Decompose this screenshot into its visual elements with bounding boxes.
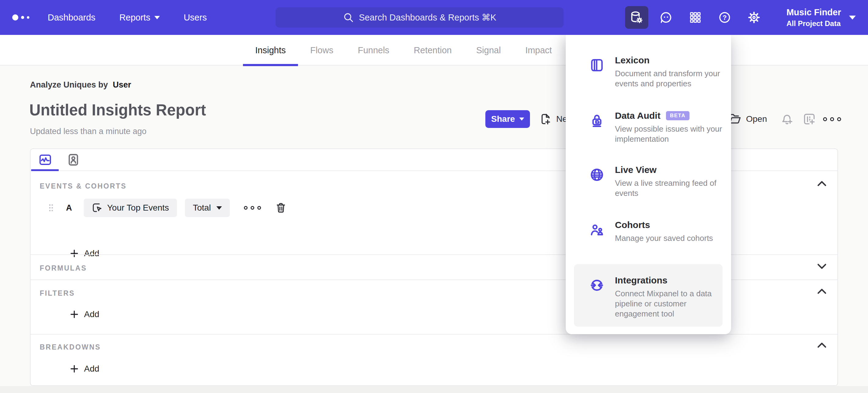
help-icon: ? bbox=[718, 11, 732, 24]
bell-plus-icon bbox=[780, 112, 794, 126]
menu-item-title: Lexicon bbox=[615, 55, 649, 66]
menu-item-description: View possible issues with your implement… bbox=[615, 124, 735, 144]
menu-item-description: Connect Mixpanel to a data pipeline or c… bbox=[615, 289, 719, 319]
tab-insights[interactable]: Insights bbox=[243, 35, 298, 65]
add-filter-button[interactable]: Add bbox=[70, 309, 99, 319]
menu-item-description: View a live streaming feed of events bbox=[615, 178, 735, 198]
data-audit-lock-icon bbox=[589, 113, 604, 128]
help-button[interactable]: ? bbox=[713, 6, 736, 29]
chevron-down-icon bbox=[849, 16, 856, 20]
lexicon-icon bbox=[589, 58, 604, 73]
settings-button[interactable] bbox=[742, 6, 766, 29]
delete-event-button[interactable] bbox=[275, 202, 287, 214]
plus-icon bbox=[70, 310, 79, 319]
chevron-down-icon bbox=[519, 117, 524, 120]
ellipsis-icon bbox=[823, 117, 841, 121]
drag-handle-icon[interactable] bbox=[47, 203, 55, 213]
new-document-icon bbox=[539, 113, 552, 125]
tab-user-profiles[interactable] bbox=[66, 153, 81, 167]
menu-item-title: Live View bbox=[615, 164, 656, 176]
plus-icon bbox=[70, 364, 79, 373]
apps-grid-icon bbox=[689, 11, 702, 24]
event-selector[interactable]: Your Top Events bbox=[84, 199, 177, 217]
section-label: EVENTS & COHORTS bbox=[40, 182, 127, 190]
tab-impact[interactable]: Impact bbox=[513, 35, 564, 65]
user-card-icon bbox=[66, 153, 81, 167]
search-placeholder: Search Dashboards & Reports ⌘K bbox=[359, 12, 496, 23]
chevron-up-icon bbox=[817, 180, 827, 187]
globe-icon bbox=[589, 167, 604, 183]
search-icon bbox=[343, 12, 354, 23]
settings-gear-icon bbox=[747, 11, 761, 24]
section-label: FORMULAS bbox=[40, 264, 87, 273]
expand-section-button[interactable] bbox=[817, 263, 827, 270]
database-gear-icon bbox=[630, 10, 644, 25]
chart-plus-icon bbox=[803, 112, 816, 126]
chevron-down-icon bbox=[216, 206, 222, 210]
collapse-section-button[interactable] bbox=[817, 180, 827, 187]
nav-reports[interactable]: Reports bbox=[119, 12, 160, 23]
top-navigation-bar: Dashboards Reports Users Search Dashboar… bbox=[0, 0, 868, 35]
menu-item-title: Cohorts bbox=[615, 219, 650, 231]
nav-dashboards[interactable]: Dashboards bbox=[48, 12, 95, 23]
share-button[interactable]: Share bbox=[485, 110, 530, 128]
tab-flows[interactable]: Flows bbox=[298, 35, 346, 65]
beta-badge: BETA bbox=[666, 111, 689, 120]
section-label: FILTERS bbox=[40, 289, 75, 298]
event-options-button[interactable] bbox=[244, 206, 261, 210]
menu-item-title: Data Audit bbox=[615, 110, 660, 121]
tab-events-analysis[interactable] bbox=[38, 153, 52, 167]
report-tabbar: Insights Flows Funnels Retention Signal … bbox=[0, 35, 868, 65]
search-input[interactable]: Search Dashboards & Reports ⌘K bbox=[276, 7, 564, 28]
primary-nav: Dashboards Reports Users bbox=[48, 0, 207, 35]
more-actions-button[interactable] bbox=[823, 110, 841, 128]
section-breakdowns: BREAKDOWNS Add bbox=[31, 334, 837, 386]
project-name: Music Finder bbox=[786, 7, 841, 18]
mixpanel-logo[interactable] bbox=[12, 0, 29, 35]
analysis-summary: Analyze Uniques byUser bbox=[30, 80, 131, 90]
nav-users[interactable]: Users bbox=[184, 12, 207, 23]
chevron-down-icon bbox=[154, 16, 160, 19]
topbar-icons: ? Music Finder All Project Data bbox=[625, 0, 868, 35]
collapse-section-button[interactable] bbox=[817, 287, 827, 295]
report-content: Analyze Uniques byUser Untitled Insights… bbox=[0, 65, 868, 393]
tab-funnels[interactable]: Funnels bbox=[346, 35, 402, 65]
create-alert-button[interactable] bbox=[780, 110, 794, 128]
chevron-down-icon bbox=[817, 263, 827, 270]
page-background bbox=[0, 386, 868, 393]
data-management-menu: Lexicon Document and transform your even… bbox=[566, 35, 731, 334]
analysis-entity[interactable]: User bbox=[113, 80, 131, 89]
add-to-dashboard-button[interactable] bbox=[803, 110, 816, 128]
menu-item-description: Manage your saved cohorts bbox=[615, 233, 737, 243]
metric-selector[interactable]: Total bbox=[185, 199, 230, 217]
tab-retention[interactable]: Retention bbox=[402, 35, 464, 65]
integrations-sync-icon bbox=[589, 278, 604, 293]
add-breakdown-button[interactable]: Add bbox=[70, 364, 99, 374]
apps-button[interactable] bbox=[684, 6, 707, 29]
menu-item-title: Integrations bbox=[615, 275, 668, 286]
report-actions: Share New Open bbox=[0, 110, 868, 129]
event-row: A Your Top Events Total bbox=[47, 199, 287, 217]
tab-signal[interactable]: Signal bbox=[464, 35, 513, 65]
pulse-chart-icon bbox=[38, 153, 52, 167]
svg-text:?: ? bbox=[722, 14, 726, 22]
project-switcher[interactable]: Music Finder All Project Data bbox=[776, 7, 856, 28]
data-management-button[interactable] bbox=[625, 6, 648, 29]
chevron-up-icon bbox=[817, 287, 827, 295]
collapse-section-button[interactable] bbox=[817, 341, 827, 348]
project-scope: All Project Data bbox=[786, 19, 841, 28]
trash-icon bbox=[275, 202, 287, 214]
event-letter: A bbox=[66, 203, 72, 213]
chevron-up-icon bbox=[817, 341, 827, 348]
cohorts-people-icon bbox=[589, 222, 604, 237]
menu-item-description: Document and transform your events and p… bbox=[615, 68, 722, 89]
event-click-icon bbox=[92, 202, 103, 213]
section-label: BREAKDOWNS bbox=[40, 343, 101, 352]
feedback-button[interactable] bbox=[654, 6, 678, 29]
feedback-bubble-icon bbox=[659, 11, 673, 24]
